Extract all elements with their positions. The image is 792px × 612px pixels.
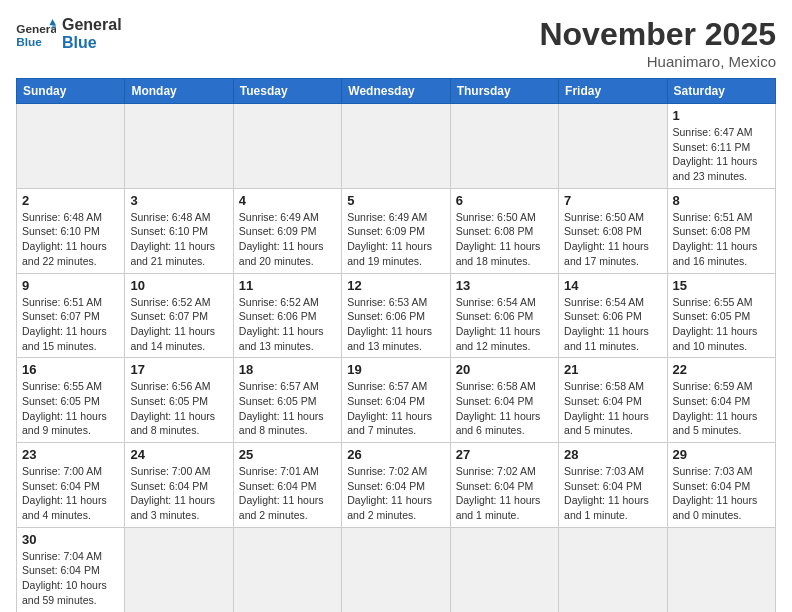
calendar-cell: 13Sunrise: 6:54 AMSunset: 6:06 PMDayligh… [450, 273, 558, 358]
day-number: 20 [456, 362, 553, 377]
calendar-cell: 29Sunrise: 7:03 AMSunset: 6:04 PMDayligh… [667, 443, 775, 528]
calendar-cell: 4Sunrise: 6:49 AMSunset: 6:09 PMDaylight… [233, 188, 341, 273]
day-number: 25 [239, 447, 336, 462]
day-number: 22 [673, 362, 770, 377]
day-info: Sunrise: 6:55 AMSunset: 6:05 PMDaylight:… [673, 295, 770, 354]
calendar-cell [17, 104, 125, 189]
day-number: 17 [130, 362, 227, 377]
day-number: 8 [673, 193, 770, 208]
calendar-cell: 22Sunrise: 6:59 AMSunset: 6:04 PMDayligh… [667, 358, 775, 443]
svg-text:Blue: Blue [16, 35, 42, 49]
calendar-cell: 30Sunrise: 7:04 AMSunset: 6:04 PMDayligh… [17, 527, 125, 612]
logo: General Blue General Blue [16, 16, 122, 52]
day-info: Sunrise: 6:57 AMSunset: 6:05 PMDaylight:… [239, 379, 336, 438]
calendar-cell [559, 527, 667, 612]
calendar-cell: 25Sunrise: 7:01 AMSunset: 6:04 PMDayligh… [233, 443, 341, 528]
calendar-cell [125, 104, 233, 189]
logo-icon: General Blue [16, 19, 56, 49]
day-info: Sunrise: 6:58 AMSunset: 6:04 PMDaylight:… [456, 379, 553, 438]
day-number: 19 [347, 362, 444, 377]
calendar-week-1: 1Sunrise: 6:47 AMSunset: 6:11 PMDaylight… [17, 104, 776, 189]
calendar-cell: 23Sunrise: 7:00 AMSunset: 6:04 PMDayligh… [17, 443, 125, 528]
day-number: 2 [22, 193, 119, 208]
day-info: Sunrise: 7:00 AMSunset: 6:04 PMDaylight:… [22, 464, 119, 523]
calendar-cell: 17Sunrise: 6:56 AMSunset: 6:05 PMDayligh… [125, 358, 233, 443]
logo-general-text: General [62, 16, 122, 34]
calendar-week-4: 16Sunrise: 6:55 AMSunset: 6:05 PMDayligh… [17, 358, 776, 443]
day-info: Sunrise: 7:03 AMSunset: 6:04 PMDaylight:… [673, 464, 770, 523]
calendar-header-saturday: Saturday [667, 79, 775, 104]
calendar-week-6: 30Sunrise: 7:04 AMSunset: 6:04 PMDayligh… [17, 527, 776, 612]
calendar-header-sunday: Sunday [17, 79, 125, 104]
day-info: Sunrise: 6:52 AMSunset: 6:07 PMDaylight:… [130, 295, 227, 354]
calendar-cell: 28Sunrise: 7:03 AMSunset: 6:04 PMDayligh… [559, 443, 667, 528]
day-info: Sunrise: 6:48 AMSunset: 6:10 PMDaylight:… [22, 210, 119, 269]
calendar-cell: 9Sunrise: 6:51 AMSunset: 6:07 PMDaylight… [17, 273, 125, 358]
day-info: Sunrise: 6:57 AMSunset: 6:04 PMDaylight:… [347, 379, 444, 438]
calendar-cell: 27Sunrise: 7:02 AMSunset: 6:04 PMDayligh… [450, 443, 558, 528]
day-info: Sunrise: 6:51 AMSunset: 6:07 PMDaylight:… [22, 295, 119, 354]
calendar-cell: 1Sunrise: 6:47 AMSunset: 6:11 PMDaylight… [667, 104, 775, 189]
day-info: Sunrise: 6:59 AMSunset: 6:04 PMDaylight:… [673, 379, 770, 438]
calendar-header-wednesday: Wednesday [342, 79, 450, 104]
calendar-cell: 2Sunrise: 6:48 AMSunset: 6:10 PMDaylight… [17, 188, 125, 273]
calendar-cell [233, 527, 341, 612]
calendar-header-tuesday: Tuesday [233, 79, 341, 104]
day-info: Sunrise: 6:47 AMSunset: 6:11 PMDaylight:… [673, 125, 770, 184]
calendar-header-row: SundayMondayTuesdayWednesdayThursdayFrid… [17, 79, 776, 104]
day-info: Sunrise: 7:03 AMSunset: 6:04 PMDaylight:… [564, 464, 661, 523]
day-info: Sunrise: 6:50 AMSunset: 6:08 PMDaylight:… [456, 210, 553, 269]
calendar-cell [667, 527, 775, 612]
calendar-header-thursday: Thursday [450, 79, 558, 104]
day-number: 27 [456, 447, 553, 462]
day-number: 10 [130, 278, 227, 293]
calendar-table: SundayMondayTuesdayWednesdayThursdayFrid… [16, 78, 776, 612]
day-info: Sunrise: 6:52 AMSunset: 6:06 PMDaylight:… [239, 295, 336, 354]
day-info: Sunrise: 6:49 AMSunset: 6:09 PMDaylight:… [239, 210, 336, 269]
day-info: Sunrise: 6:56 AMSunset: 6:05 PMDaylight:… [130, 379, 227, 438]
calendar-cell: 24Sunrise: 7:00 AMSunset: 6:04 PMDayligh… [125, 443, 233, 528]
day-number: 18 [239, 362, 336, 377]
day-number: 30 [22, 532, 119, 547]
calendar-cell: 11Sunrise: 6:52 AMSunset: 6:06 PMDayligh… [233, 273, 341, 358]
day-info: Sunrise: 6:55 AMSunset: 6:05 PMDaylight:… [22, 379, 119, 438]
calendar-cell [450, 527, 558, 612]
day-info: Sunrise: 7:00 AMSunset: 6:04 PMDaylight:… [130, 464, 227, 523]
day-number: 26 [347, 447, 444, 462]
day-number: 4 [239, 193, 336, 208]
day-info: Sunrise: 6:54 AMSunset: 6:06 PMDaylight:… [456, 295, 553, 354]
day-number: 16 [22, 362, 119, 377]
calendar-cell: 8Sunrise: 6:51 AMSunset: 6:08 PMDaylight… [667, 188, 775, 273]
month-title: November 2025 [539, 16, 776, 53]
calendar-cell [559, 104, 667, 189]
day-number: 21 [564, 362, 661, 377]
day-number: 14 [564, 278, 661, 293]
calendar-cell [233, 104, 341, 189]
day-number: 24 [130, 447, 227, 462]
day-number: 9 [22, 278, 119, 293]
day-info: Sunrise: 7:02 AMSunset: 6:04 PMDaylight:… [456, 464, 553, 523]
day-number: 12 [347, 278, 444, 293]
day-number: 28 [564, 447, 661, 462]
location: Huanimaro, Mexico [539, 53, 776, 70]
calendar-cell: 16Sunrise: 6:55 AMSunset: 6:05 PMDayligh… [17, 358, 125, 443]
day-info: Sunrise: 6:50 AMSunset: 6:08 PMDaylight:… [564, 210, 661, 269]
calendar-cell: 7Sunrise: 6:50 AMSunset: 6:08 PMDaylight… [559, 188, 667, 273]
day-info: Sunrise: 6:48 AMSunset: 6:10 PMDaylight:… [130, 210, 227, 269]
calendar-cell: 6Sunrise: 6:50 AMSunset: 6:08 PMDaylight… [450, 188, 558, 273]
calendar-cell: 3Sunrise: 6:48 AMSunset: 6:10 PMDaylight… [125, 188, 233, 273]
day-number: 3 [130, 193, 227, 208]
calendar-header-monday: Monday [125, 79, 233, 104]
calendar-cell: 14Sunrise: 6:54 AMSunset: 6:06 PMDayligh… [559, 273, 667, 358]
day-info: Sunrise: 6:51 AMSunset: 6:08 PMDaylight:… [673, 210, 770, 269]
day-number: 15 [673, 278, 770, 293]
day-info: Sunrise: 6:58 AMSunset: 6:04 PMDaylight:… [564, 379, 661, 438]
calendar-cell: 26Sunrise: 7:02 AMSunset: 6:04 PMDayligh… [342, 443, 450, 528]
calendar-cell: 20Sunrise: 6:58 AMSunset: 6:04 PMDayligh… [450, 358, 558, 443]
calendar-cell: 19Sunrise: 6:57 AMSunset: 6:04 PMDayligh… [342, 358, 450, 443]
calendar-week-3: 9Sunrise: 6:51 AMSunset: 6:07 PMDaylight… [17, 273, 776, 358]
page-header: General Blue General Blue November 2025 … [16, 16, 776, 70]
logo-blue-text: Blue [62, 34, 122, 52]
day-number: 11 [239, 278, 336, 293]
day-number: 1 [673, 108, 770, 123]
